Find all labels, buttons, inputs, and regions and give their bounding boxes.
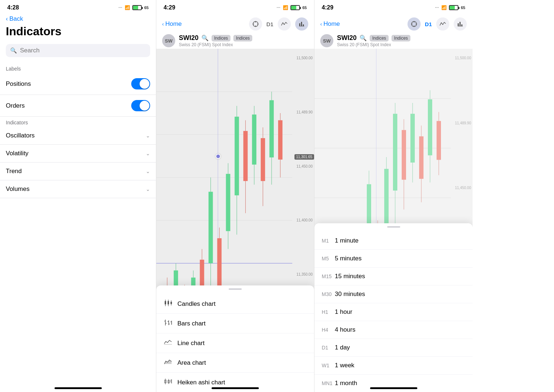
orders-row: Orders [0,95,156,117]
crosshair-btn-p3[interactable] [408,17,421,31]
status-bar-p1: 4:28 ··· 📶 65 [0,0,156,14]
svg-rect-33 [209,192,213,263]
tag1-p3: Indices [370,35,389,41]
chart-type-icon [299,21,305,27]
svg-rect-108 [384,169,389,225]
search-box[interactable]: 🔍 [6,44,150,57]
svg-rect-45 [261,138,265,181]
battery-label-p1: 65 [144,5,149,10]
price-label-1: 11,500.00 [294,56,313,60]
crosshair-btn-p2[interactable] [249,17,262,31]
signal-icon: ··· [119,6,123,9]
positions-toggle[interactable] [131,78,150,89]
svg-line-80 [443,22,444,25]
svg-rect-12 [303,24,304,26]
tf-h4[interactable]: H4 4 hours [314,321,473,339]
candles-chart-item[interactable]: Candles chart [156,294,314,314]
svg-rect-41 [243,131,248,181]
tf-mn1[interactable]: MN1 1 month [314,375,473,392]
trend-chevron-icon: ⌄ [146,168,150,174]
back-button[interactable]: ‹ Back [0,14,156,24]
oscillators-row[interactable]: Oscillators ⌄ [0,127,156,145]
volumes-label: Volumes [6,185,29,193]
heiken-chart-label: Heiken ashi chart [177,379,225,386]
search-icon: 🔍 [10,47,17,54]
svg-line-78 [440,23,441,25]
symbol-search-icon-p3[interactable]: 🔍 [360,35,367,41]
svg-rect-55 [170,302,172,304]
price-label-5: 11,350.00 [294,272,313,276]
home-indicator-p2 [212,387,259,389]
nav-right-p2: D1 [249,17,308,31]
positions-label: Positions [6,80,31,88]
wifi-icon-p3: 📶 [441,5,447,10]
svg-rect-43 [252,115,256,165]
symbol-desc-p3: Swiss 20 (FSMI) Spot Index [337,42,467,47]
tf-d1[interactable]: D1 1 day [314,339,473,357]
tag2-p3: Indices [392,35,410,41]
heiken-chart-item[interactable]: Heiken ashi chart [156,373,314,392]
volumes-row[interactable]: Volumes ⌄ [0,180,156,198]
nav-left-p2: ‹ Home [162,20,182,28]
area-chart-item[interactable]: Area chart [156,353,314,373]
indicators-btn-p2[interactable] [278,17,291,31]
price-label-3: 11,450.00 [294,164,313,168]
svg-line-79 [441,23,443,25]
labels-section-header: Labels [0,63,156,73]
tf-m30[interactable]: M30 30 minutes [314,285,473,303]
indicators-section-header: Indicators [0,117,156,127]
svg-rect-83 [458,23,459,26]
timeframe-sheet: M1 1 minute M5 5 minutes M15 15 minutes … [314,223,473,392]
symbol-info-p2: SWI20 🔍 Indices Indices Swiss 20 (FSMI) … [179,34,308,47]
oscillators-chevron-icon: ⌄ [146,133,150,139]
positions-row: Positions [0,73,156,95]
bars-chart-item[interactable]: Bars chart [156,314,314,333]
crosshair-icon-p3 [411,21,417,27]
tf-m1[interactable]: M1 1 minute [314,232,473,250]
symbol-info-p3: SWI20 🔍 Indices Indices Swiss 20 (FSMI) … [337,34,467,47]
chart-panel: 4:29 ··· 📶 65 ‹ Home [156,0,314,392]
symbol-name-p3: SWI20 [337,34,357,42]
timeframe-btn-p3[interactable]: D1 [425,21,432,27]
nav-home-btn-p3[interactable]: Home [324,20,340,28]
back-chevron-icon: ‹ [6,15,8,23]
price-label-4: 11,400.00 [294,218,313,222]
symbol-search-icon-p2[interactable]: 🔍 [201,35,209,41]
volatility-chevron-icon: ⌄ [146,151,150,156]
candles-chart-label: Candles chart [177,300,216,308]
tf-h1[interactable]: H1 1 hour [314,303,473,321]
nav-back-icon-p3: ‹ [320,21,322,27]
status-bar-p2: 4:29 ··· 📶 65 [156,0,314,14]
nav-home-btn-p2[interactable]: Home [165,20,182,28]
time-p2: 4:29 [164,4,175,11]
svg-line-6 [283,23,284,25]
svg-rect-49 [278,120,282,160]
sheet-handle [229,288,242,290]
page-title: Indicators [0,24,156,44]
chart-type-btn-p3[interactable] [454,17,467,31]
symbol-name-row-p2: SWI20 🔍 Indices Indices [179,34,308,42]
area-chart-label: Area chart [177,359,206,367]
volatility-row[interactable]: Volatility ⌄ [0,145,156,163]
volatility-label: Volatility [6,150,28,157]
trend-row[interactable]: Trend ⌄ [0,163,156,180]
tf-w1[interactable]: W1 1 week [314,357,473,375]
symbol-desc-p2: Swiss 20 (FSMI) Spot Index [179,42,308,47]
svg-rect-120 [437,121,441,160]
tf-m5[interactable]: M5 5 minutes [314,250,473,268]
svg-rect-10 [299,23,300,26]
avatar-p2: SW [162,34,175,47]
tf-m15[interactable]: M15 15 minutes [314,268,473,285]
svg-rect-110 [393,114,397,191]
status-bar-p3: 4:29 ··· 📶 65 [314,0,473,14]
line-chart-item[interactable]: Line chart [156,333,314,353]
timeframe-btn-p2[interactable]: D1 [266,21,273,27]
svg-line-81 [444,22,446,24]
indicators-btn-p3[interactable] [436,17,449,31]
search-input[interactable] [20,47,146,54]
trend-label: Trend [6,168,22,175]
status-icons-p1: ··· 📶 65 [119,5,149,10]
orders-toggle[interactable] [131,100,150,111]
svg-rect-84 [459,22,461,26]
chart-type-btn-p2[interactable] [295,17,308,31]
